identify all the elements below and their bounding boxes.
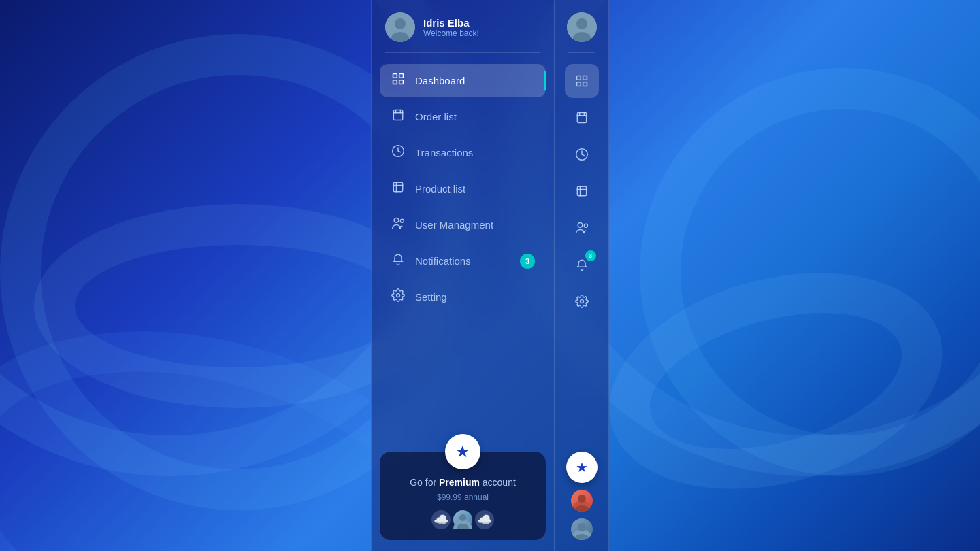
- premium-star-button[interactable]: ★: [445, 434, 480, 469]
- transactions-icon: [391, 144, 406, 161]
- mini-avatar-blue: [571, 518, 593, 540]
- collapsed-setting-icon: [575, 295, 589, 308]
- premium-card: ★ Go for Premium account $99.99 annual ☁…: [380, 452, 546, 540]
- collapsed-notifications-icon: [575, 258, 589, 271]
- collapsed-product-icon: [575, 184, 589, 198]
- sidebar-item-dashboard[interactable]: Dashboard: [380, 64, 546, 97]
- svg-point-36: [580, 300, 583, 303]
- setting-icon: [391, 288, 406, 305]
- user-info: Idris Elba Welcome back!: [423, 17, 479, 38]
- premium-star-button-collapsed[interactable]: ★: [566, 452, 598, 483]
- svg-rect-4: [399, 74, 404, 78]
- sidebar-item-transactions[interactable]: Transactions: [380, 136, 546, 169]
- collapsed-order-icon: [575, 111, 589, 124]
- dashboard-label: Dashboard: [415, 75, 465, 86]
- sidebar-item-order-list[interactable]: Order list: [380, 100, 546, 133]
- svg-rect-23: [576, 76, 581, 80]
- svg-rect-25: [576, 82, 581, 86]
- user-profile-collapsed: [555, 0, 608, 52]
- collapsed-setting[interactable]: [565, 284, 599, 318]
- svg-rect-31: [577, 186, 586, 195]
- collapsed-dashboard[interactable]: [565, 64, 599, 98]
- svg-rect-24: [583, 76, 587, 80]
- mini-avatar-red: [571, 490, 593, 512]
- premium-title-suffix: account: [480, 477, 516, 488]
- svg-point-21: [576, 18, 587, 29]
- user-name: Idris Elba: [423, 17, 479, 29]
- premium-card-collapsed: ★: [566, 452, 598, 540]
- collapsed-user-management[interactable]: [565, 211, 599, 245]
- collapsed-order-list[interactable]: [565, 101, 599, 135]
- svg-point-34: [578, 223, 583, 228]
- user-management-label: User Managment: [415, 219, 493, 231]
- user-greeting: Welcome back!: [423, 29, 479, 38]
- svg-rect-3: [393, 74, 397, 78]
- sidebar-expanded: Idris Elba Welcome back! Dashboard: [371, 0, 555, 551]
- premium-title-bold: Premium: [439, 477, 480, 488]
- collapsed-transactions-icon: [575, 148, 589, 161]
- sidebar-item-setting[interactable]: Setting: [380, 280, 546, 314]
- collapsed-product-list[interactable]: [565, 174, 599, 208]
- sidebar-collapsed: 3 ★: [555, 0, 609, 551]
- collapsed-users-icon: [575, 221, 589, 235]
- svg-point-1: [395, 18, 406, 29]
- star-icon-collapsed: ★: [576, 459, 588, 475]
- nav-section-collapsed: 3: [555, 53, 608, 452]
- mini-avatar-cloud2: ☁️: [475, 510, 494, 529]
- collapsed-notifications-badge: 3: [585, 250, 596, 261]
- svg-point-15: [400, 219, 404, 222]
- svg-point-35: [584, 224, 587, 227]
- user-management-icon: [391, 216, 406, 233]
- svg-rect-27: [577, 113, 586, 123]
- svg-rect-7: [393, 110, 402, 120]
- premium-avatars: ☁️ ☁️: [431, 510, 494, 529]
- collapsed-dashboard-icon: [575, 74, 589, 88]
- user-profile: Idris Elba Welcome back!: [372, 0, 554, 52]
- svg-rect-5: [393, 80, 397, 84]
- svg-rect-11: [393, 182, 402, 191]
- sidebar-item-product-list[interactable]: Product list: [380, 172, 546, 205]
- product-list-icon: [391, 180, 406, 197]
- svg-point-18: [459, 514, 466, 521]
- svg-rect-26: [583, 82, 587, 86]
- svg-point-38: [578, 495, 586, 503]
- svg-point-16: [397, 294, 400, 297]
- star-icon: ★: [455, 442, 470, 461]
- avatar: [385, 12, 415, 42]
- dashboard-icon: [391, 72, 406, 89]
- avatar-collapsed: [567, 12, 597, 42]
- sidebar-item-notifications[interactable]: Notifications 3: [380, 244, 546, 278]
- notifications-badge: 3: [520, 254, 535, 269]
- notifications-label: Notifications: [415, 255, 471, 267]
- collapsed-notifications[interactable]: 3: [565, 248, 599, 282]
- nav-section: Dashboard Order list: [372, 53, 554, 452]
- sidebars-container: Idris Elba Welcome back! Dashboard: [371, 0, 609, 551]
- product-list-label: Product list: [415, 183, 466, 195]
- mini-avatar-person: [453, 510, 472, 529]
- svg-point-14: [394, 218, 399, 223]
- order-list-label: Order list: [415, 111, 457, 122]
- mini-avatar-cloud1: ☁️: [431, 510, 451, 529]
- setting-label: Setting: [415, 291, 447, 303]
- svg-point-41: [578, 523, 586, 531]
- collapsed-transactions[interactable]: [565, 137, 599, 171]
- svg-rect-6: [399, 80, 404, 84]
- sidebar-item-user-management[interactable]: User Managment: [380, 208, 546, 241]
- notifications-icon: [391, 252, 406, 269]
- premium-price: $99.99 annual: [437, 492, 489, 502]
- premium-title: Go for Premium account: [402, 476, 524, 490]
- transactions-label: Transactions: [415, 147, 473, 158]
- premium-title-prefix: Go for: [410, 477, 439, 488]
- order-list-icon: [391, 108, 406, 125]
